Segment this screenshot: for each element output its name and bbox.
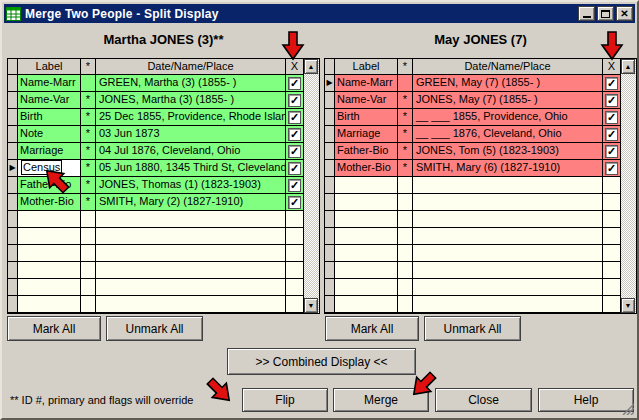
- primary-star-cell[interactable]: *: [81, 126, 96, 143]
- primary-star-cell[interactable]: [81, 75, 96, 92]
- row-checkbox[interactable]: ✓: [288, 77, 301, 90]
- date-name-place-cell[interactable]: 04 Jul 1876, Cleveland, Ohio: [96, 143, 286, 160]
- label-cell[interactable]: Father-Bio: [335, 143, 398, 160]
- flip-button[interactable]: Flip: [242, 388, 328, 412]
- row-checkbox[interactable]: ✓: [288, 162, 301, 175]
- scroll-down-icon[interactable]: ▼: [304, 298, 318, 313]
- primary-star-cell[interactable]: *: [398, 160, 413, 177]
- label-cell[interactable]: Birth: [18, 109, 81, 126]
- row-selector[interactable]: [325, 194, 335, 211]
- column-header-x[interactable]: X: [286, 59, 303, 75]
- row-selector[interactable]: [325, 262, 335, 279]
- right-unmark-all-button[interactable]: Unmark All: [424, 316, 521, 341]
- row-selector[interactable]: [325, 228, 335, 245]
- row-checkbox[interactable]: ✓: [288, 128, 301, 141]
- row-selector[interactable]: [8, 279, 18, 296]
- label-cell[interactable]: Name-Marr: [335, 75, 398, 92]
- row-selector[interactable]: ▶: [8, 160, 18, 177]
- left-table-scrollbar[interactable]: ▲ ▼: [304, 58, 320, 314]
- row-selector[interactable]: [325, 160, 335, 177]
- row-selector[interactable]: [325, 109, 335, 126]
- left-mark-all-button[interactable]: Mark All: [7, 316, 101, 341]
- row-selector[interactable]: [325, 296, 335, 313]
- maximize-button[interactable]: [597, 6, 614, 21]
- minimize-button[interactable]: [578, 6, 595, 21]
- row-selector[interactable]: [8, 143, 18, 160]
- row-checkbox[interactable]: ✓: [288, 179, 301, 192]
- row-selector[interactable]: [8, 126, 18, 143]
- primary-star-cell[interactable]: *: [81, 109, 96, 126]
- row-checkbox[interactable]: ✓: [288, 111, 301, 124]
- row-selector[interactable]: [325, 177, 335, 194]
- right-table-scrollbar[interactable]: ▲ ▼: [621, 58, 637, 314]
- primary-star-cell[interactable]: *: [398, 109, 413, 126]
- scrollbar-track[interactable]: [304, 74, 319, 298]
- date-name-place-cell[interactable]: GREEN, Martha (3) (1855- ): [96, 75, 286, 92]
- row-selector[interactable]: [8, 245, 18, 262]
- date-name-place-cell[interactable]: JONES, May (7) (1855- ): [413, 92, 603, 109]
- label-cell[interactable]: Marriage: [335, 126, 398, 143]
- row-checkbox[interactable]: ✓: [605, 111, 618, 124]
- primary-star-cell[interactable]: *: [398, 126, 413, 143]
- row-selector[interactable]: [325, 245, 335, 262]
- label-cell[interactable]: Mother-Bio: [335, 160, 398, 177]
- row-selector[interactable]: [8, 92, 18, 109]
- row-checkbox[interactable]: ✓: [288, 145, 301, 158]
- primary-star-cell[interactable]: *: [81, 92, 96, 109]
- date-name-place-cell[interactable]: __ ___ 1855, Providence, Ohio: [413, 109, 603, 126]
- row-checkbox[interactable]: ✓: [288, 94, 301, 107]
- row-selector[interactable]: [8, 109, 18, 126]
- row-selector[interactable]: [8, 75, 18, 92]
- date-name-place-cell[interactable]: SMITH, Mary (6) (1827-1910): [413, 160, 603, 177]
- row-selector[interactable]: [325, 279, 335, 296]
- primary-star-cell[interactable]: *: [81, 143, 96, 160]
- combined-display-button[interactable]: >> Combined Display <<: [227, 348, 416, 375]
- row-checkbox[interactable]: ✓: [605, 162, 618, 175]
- label-cell[interactable]: Mother-Bio: [18, 194, 81, 211]
- date-name-place-cell[interactable]: SMITH, Mary (2) (1827-1910): [96, 194, 286, 211]
- row-selector[interactable]: [8, 228, 18, 245]
- row-selector[interactable]: [325, 211, 335, 228]
- help-button[interactable]: Help: [538, 388, 634, 412]
- label-cell[interactable]: Birth: [335, 109, 398, 126]
- primary-star-cell[interactable]: *: [81, 160, 96, 177]
- row-selector[interactable]: [325, 143, 335, 160]
- row-selector[interactable]: [325, 92, 335, 109]
- label-cell[interactable]: Marriage: [18, 143, 81, 160]
- row-selector[interactable]: [8, 177, 18, 194]
- row-checkbox[interactable]: ✓: [605, 77, 618, 90]
- resize-grip-icon[interactable]: [621, 402, 634, 415]
- close-window-button[interactable]: ✕: [616, 6, 633, 21]
- scrollbar-track[interactable]: [621, 74, 636, 298]
- date-name-place-cell[interactable]: JONES, Tom (5) (1823-1903): [413, 143, 603, 160]
- label-cell[interactable]: Name-Var: [335, 92, 398, 109]
- row-selector[interactable]: [8, 296, 18, 313]
- primary-star-cell[interactable]: *: [398, 143, 413, 160]
- primary-star-cell[interactable]: *: [81, 194, 96, 211]
- label-cell[interactable]: Note: [18, 126, 81, 143]
- row-checkbox[interactable]: ✓: [605, 145, 618, 158]
- primary-star-cell[interactable]: *: [81, 177, 96, 194]
- scroll-up-icon[interactable]: ▲: [304, 59, 318, 74]
- title-bar[interactable]: Merge Two People - Split Display ✕: [4, 4, 635, 23]
- label-cell[interactable]: Name-Marr: [18, 75, 81, 92]
- row-selector[interactable]: [8, 194, 18, 211]
- row-checkbox[interactable]: ✓: [288, 196, 301, 209]
- close-button[interactable]: Close: [435, 388, 532, 412]
- left-unmark-all-button[interactable]: Unmark All: [106, 316, 203, 341]
- column-header-x[interactable]: X: [603, 59, 620, 75]
- row-selector[interactable]: [8, 262, 18, 279]
- row-checkbox[interactable]: ✓: [605, 94, 618, 107]
- primary-star-cell[interactable]: *: [398, 92, 413, 109]
- right-mark-all-button[interactable]: Mark All: [325, 316, 419, 341]
- date-name-place-cell[interactable]: GREEN, May (7) (1855- ): [413, 75, 603, 92]
- date-name-place-cell[interactable]: 03 Jun 1873: [96, 126, 286, 143]
- date-name-place-cell[interactable]: __ ___ 1876, Cleveland, Ohio: [413, 126, 603, 143]
- row-checkbox[interactable]: ✓: [605, 128, 618, 141]
- date-name-place-cell[interactable]: JONES, Thomas (1) (1823-1903): [96, 177, 286, 194]
- row-selector[interactable]: [325, 126, 335, 143]
- date-name-place-cell[interactable]: 05 Jun 1880, 1345 Third St, Cleveland,: [96, 160, 286, 177]
- date-name-place-cell[interactable]: 25 Dec 1855, Providence, Rhode Island: [96, 109, 286, 126]
- date-name-place-cell[interactable]: JONES, Martha (3) (1855- ): [96, 92, 286, 109]
- row-selector[interactable]: ▶: [325, 75, 335, 92]
